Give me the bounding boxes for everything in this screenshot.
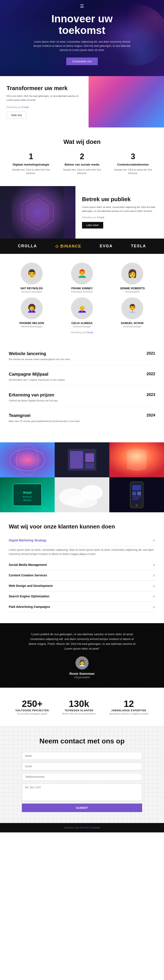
service-label-1: Social Media Management bbox=[9, 563, 47, 566]
team-credit-link[interactable]: Freepik bbox=[86, 331, 93, 334]
svg-rect-27 bbox=[132, 492, 136, 495]
wat-number-2: 2 bbox=[60, 152, 104, 161]
timeline-item-2: Campagne Mijlpaal Het bereiken van 1 mil… bbox=[9, 372, 155, 387]
team-member-4: 👩‍🦱 PHOEBE NELSON Advertentiemanager bbox=[9, 298, 55, 328]
transform-button[interactable]: Over ons bbox=[6, 112, 27, 119]
transform-image bbox=[89, 76, 164, 127]
wat-item-3: 3 Contentcreatiediensten Sample text. Cl… bbox=[111, 152, 155, 175]
avatar-icon-6: 👨‍💼 bbox=[121, 298, 143, 319]
team-image-credit: Afbeelding van Freepik bbox=[9, 331, 155, 334]
svg-rect-29 bbox=[132, 496, 141, 498]
svg-rect-10 bbox=[85, 453, 94, 462]
hero-title: Innoveer uw toekomst bbox=[51, 13, 113, 36]
timeline-left-1: Website lancering We vierden de nieuwe o… bbox=[9, 351, 142, 361]
footer-text: Ontworpen door Free CSS Templates bbox=[9, 827, 155, 829]
brands-section: CROLLA ◇ BINANCE EVGA TESLA bbox=[0, 239, 164, 254]
svg-text:Retail: Retail bbox=[23, 491, 32, 494]
team-role-2: Financieel Directeur bbox=[59, 290, 105, 293]
service-chevron-icon-5: ∨ bbox=[153, 605, 155, 609]
team-avatar-2: 👨‍🦰 bbox=[71, 262, 93, 285]
avatar-icon-1: 👨 bbox=[21, 262, 43, 285]
stat-number-2: 130k bbox=[62, 698, 96, 709]
service-active-content: Lorem ipsum dolor sit amet, consectetur … bbox=[9, 546, 155, 560]
betrek-description: Lorem ipsum dolor sit amet, consectetur … bbox=[82, 205, 158, 213]
wat-item-title-2: Beheer van sociale media bbox=[60, 163, 104, 166]
svg-rect-28 bbox=[137, 492, 141, 495]
svg-text:Brochure: Brochure bbox=[23, 496, 32, 498]
service-item-1[interactable]: Social Media Management ∨ bbox=[9, 560, 155, 570]
team-member-6: 👨‍💼 SAMUEL SCHOK Verkoopmanager bbox=[109, 298, 155, 328]
gallery-svg-3 bbox=[109, 442, 164, 477]
gallery-item-5 bbox=[55, 477, 109, 512]
gallery-item-6 bbox=[109, 477, 164, 512]
transform-credit-link[interactable]: Freepik bbox=[22, 106, 29, 108]
wat-item-2: 2 Beheer van sociale media Sample text. … bbox=[60, 152, 104, 175]
timeline-desc-2: Het bereiken van 1 miljoen impressies in… bbox=[9, 378, 142, 382]
service-label-4: Search Engine Optimization bbox=[9, 595, 49, 598]
brand-binance: ◇ BINANCE bbox=[55, 244, 81, 248]
menu-icon[interactable]: ☰ bbox=[80, 3, 84, 9]
wat-number-1: 1 bbox=[9, 152, 53, 161]
hero-cta-button[interactable]: Contacteer ons bbox=[66, 57, 98, 65]
team-name-6: SAMUEL SCHOK bbox=[109, 321, 155, 325]
service-item-5[interactable]: Paid Advertising Campaigns ∨ bbox=[9, 602, 155, 612]
service-item-4[interactable]: Search Engine Optimization ∨ bbox=[9, 591, 155, 602]
timeline-title-3: Erkenning van prijzen bbox=[9, 393, 142, 398]
services-section: Wat wij voor onze klanten kunnen doen Di… bbox=[0, 512, 164, 623]
team-member-5: 👩‍🦳 CELIA ALMEDA Kantoormanager bbox=[59, 298, 105, 328]
contact-message-input[interactable] bbox=[22, 783, 142, 801]
testimonial-avatar: 👩‍💼 bbox=[75, 656, 89, 670]
stat-label-3: JARENLANGE EXPERTISE bbox=[109, 709, 149, 712]
timeline-left-4: Teamgroei Meer dan 10 nieuwe goed getale… bbox=[9, 413, 142, 423]
footer-link[interactable]: Free CSS Templates bbox=[80, 827, 100, 829]
gallery-svg-2 bbox=[55, 442, 109, 477]
gallery-item-4: Retail Brochure Mockup bbox=[0, 477, 55, 512]
gallery-item-2 bbox=[55, 442, 109, 477]
team-section: 👨 NAT REYNOLDS Account-consultant 👨‍🦰 FR… bbox=[0, 254, 164, 342]
svg-rect-4 bbox=[0, 442, 55, 477]
team-avatar-1: 👨 bbox=[21, 262, 43, 285]
transform-image-credit: Afbeelding van Freepik bbox=[6, 106, 82, 109]
service-item-3[interactable]: Web Design and Development ∨ bbox=[9, 581, 155, 591]
svg-rect-14 bbox=[13, 484, 41, 506]
contact-phone-input[interactable] bbox=[22, 773, 142, 781]
testimonial-role: Vicepresident bbox=[27, 676, 137, 679]
team-member-1: 👨 NAT REYNOLDS Account-consultant bbox=[9, 262, 55, 293]
gallery-svg-4: Retail Brochure Mockup bbox=[0, 477, 55, 512]
timeline-year-3: 2023 bbox=[142, 393, 155, 397]
wat-item-desc-3: Sample text. Click to select the Text El… bbox=[111, 168, 155, 175]
betrek-button[interactable]: Lees meer bbox=[82, 222, 103, 229]
service-chevron-icon-4: ∨ bbox=[153, 594, 155, 598]
team-name-5: CELIA ALMEDA bbox=[59, 321, 105, 325]
svg-rect-26 bbox=[132, 485, 141, 490]
service-label-5: Paid Advertising Campaigns bbox=[9, 605, 50, 609]
contact-submit-button[interactable]: SUBMIT bbox=[22, 803, 142, 812]
wat-item-desc-1: Sample text. Click to select the Text El… bbox=[9, 168, 53, 175]
stat-number-3: 12 bbox=[109, 698, 149, 709]
timeline-desc-4: Meer dan 10 nieuwe goed getalenteerde pr… bbox=[9, 419, 142, 423]
stat-number-1: 250+ bbox=[16, 698, 49, 709]
betrek-credit-link[interactable]: Freepik bbox=[97, 216, 104, 219]
contact-name-input[interactable] bbox=[22, 752, 142, 760]
stat-sub-1: Succesvolle campagnes geleid bbox=[16, 713, 49, 715]
service-item-active[interactable]: Digital Marketing Strategy ∧ bbox=[9, 535, 155, 546]
team-role-3: Vicepresident bbox=[109, 290, 155, 293]
betrek-image bbox=[0, 186, 75, 239]
wat-item-title-3: Contentcreatiediensten bbox=[111, 163, 155, 166]
stat-item-1: 250+ VOLTOOIDE PROJECTEN Succesvolle cam… bbox=[16, 698, 49, 715]
contact-section: Neem contact met ons op SUBMIT bbox=[0, 726, 164, 823]
testimonial-quote: "Lorem publicit de nua gebungen, re sea … bbox=[27, 632, 137, 651]
betrek-section: Betrek uw publiek Lorem ipsum dolor sit … bbox=[0, 186, 164, 239]
contact-email-input[interactable] bbox=[22, 762, 142, 770]
service-chevron-icon-3: ∨ bbox=[153, 584, 155, 588]
svg-text:Mockup: Mockup bbox=[23, 499, 31, 501]
svg-point-3 bbox=[30, 204, 46, 220]
stat-label-1: VOLTOOIDE PROJECTEN bbox=[16, 709, 49, 712]
gallery-svg-1 bbox=[0, 442, 55, 477]
wat-number-3: 3 bbox=[111, 152, 155, 161]
service-item-2[interactable]: Content Creation Services ∨ bbox=[9, 570, 155, 581]
timeline-section: Website lancering We vierden de nieuwe o… bbox=[0, 342, 164, 442]
team-avatar-4: 👩‍🦱 bbox=[21, 298, 43, 319]
stats-section: 250+ VOLTOOIDE PROJECTEN Succesvolle cam… bbox=[0, 688, 164, 726]
team-name-1: NAT REYNOLDS bbox=[9, 286, 55, 290]
